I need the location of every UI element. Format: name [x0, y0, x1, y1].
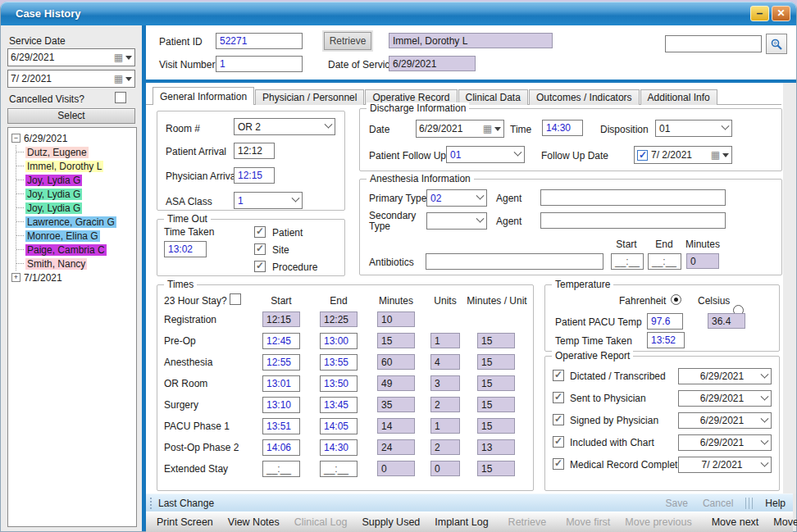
tree-expander-icon[interactable]: +	[11, 273, 20, 282]
tree-item-paige-cambria-c[interactable]: Paige, Cambria C	[16, 243, 136, 257]
times-end-field[interactable]: __:__	[320, 461, 358, 477]
times-end-field[interactable]: 13:45	[320, 397, 358, 413]
times-start-field[interactable]: __:__	[262, 461, 300, 477]
stay-checkbox[interactable]	[230, 293, 241, 305]
visit-number-field[interactable]: 1	[216, 56, 303, 72]
patient-id-field[interactable]: 52271	[216, 33, 303, 49]
opreport-date-sent-to-physician[interactable]: 6/29/2021	[678, 390, 772, 407]
service-date-end-picker[interactable]: 7/ 2/2021	[7, 70, 135, 88]
opreport-date-dictated-transcribed[interactable]: 6/29/2021	[678, 368, 772, 384]
tree-item-lawrence-gracin-g[interactable]: Lawrence, Gracin G	[16, 215, 136, 229]
fahrenheit-radio[interactable]	[671, 294, 681, 305]
tree-item-monroe-elina-g[interactable]: Monroe, Elina G	[16, 229, 136, 243]
tree-item-joy-lydia-g[interactable]: Joy, Lydia G	[16, 201, 136, 215]
toolbar-view-notes-button[interactable]: View Notes	[221, 516, 287, 528]
temperature-groupbox: Temperature Fahrenheit Celsius Patient P…	[544, 284, 780, 352]
opreport-checkbox-sent-to-physician[interactable]	[553, 392, 564, 403]
times-start-field[interactable]: 14:06	[262, 439, 300, 456]
disposition-combo[interactable]: 01	[655, 120, 732, 137]
discharge-date-picker[interactable]: 6/29/2021	[416, 120, 504, 138]
opreport-date-signed-by-physician[interactable]: 6/29/2021	[678, 412, 772, 429]
times-header-mpu: Minutes / Unit	[462, 295, 531, 307]
opreport-date-medical-record-complete[interactable]: 7/ 2/2021	[678, 457, 772, 473]
opreport-date-included-with-chart[interactable]: 6/29/2021	[678, 434, 772, 451]
tree-node-6-29-2021[interactable]: −6/29/2021	[11, 131, 136, 145]
minimize-button[interactable]: –	[750, 6, 769, 21]
patient-follow-up-combo[interactable]: 01	[446, 146, 525, 163]
times-start-field[interactable]: 13:10	[262, 397, 300, 413]
toolbar-clinical-log-button[interactable]: Clinical Log	[287, 516, 355, 528]
tree-item-dutz-eugene[interactable]: Dutz, Eugene	[16, 145, 136, 159]
toolbar-move-previous-button[interactable]: Move previous	[617, 516, 699, 528]
antibiotics-end-field[interactable]: __:__	[648, 253, 681, 270]
tab-physician-personnel[interactable]: Physician / Personnel	[255, 89, 364, 105]
room-value: OR 2	[238, 121, 326, 133]
secondary-type-combo[interactable]	[426, 212, 487, 230]
follow-up-date-checkbox[interactable]	[637, 150, 648, 161]
times-start-field[interactable]: 12:55	[262, 354, 300, 371]
toolbar-move-last-button[interactable]: Move last	[766, 516, 797, 528]
times-start-field[interactable]: 13:51	[262, 418, 300, 434]
statusbar-help-button[interactable]: Help	[758, 498, 793, 509]
times-end-field[interactable]: 13:00	[320, 333, 358, 349]
time-taken-field[interactable]: 13:02	[164, 241, 207, 257]
toolbar-supply-used-button[interactable]: Supply Used	[354, 516, 427, 528]
timeout-checkbox-patient[interactable]	[254, 226, 266, 238]
times-end-field[interactable]: 14:05	[320, 418, 358, 434]
toolbar-move-first-button[interactable]: Move first	[558, 516, 617, 528]
tree-node-7-1-2021[interactable]: +7/1/2021	[11, 271, 136, 284]
search-input[interactable]	[665, 35, 762, 52]
chevron-down-icon	[761, 414, 769, 422]
opreport-checkbox-medical-record-complete[interactable]	[553, 458, 564, 470]
tree-item-immel-dorothy-l[interactable]: Immel, Dorothy L	[16, 159, 136, 173]
times-start-field[interactable]: 12:45	[262, 333, 300, 349]
tree-item-joy-lydia-g[interactable]: Joy, Lydia G	[16, 173, 136, 187]
times-end-field[interactable]: 13:55	[320, 354, 358, 371]
discharge-time-field[interactable]: 14:30	[542, 120, 583, 136]
temp-time-field[interactable]: 13:52	[647, 332, 685, 348]
timeout-checkbox-site[interactable]	[254, 243, 266, 255]
close-icon: ✕	[777, 7, 785, 19]
tab-outcomes-indicators[interactable]: Outcomes / Indicators	[529, 89, 640, 105]
times-end-field[interactable]: 13:50	[320, 375, 358, 392]
opreport-checkbox-included-with-chart[interactable]	[553, 436, 564, 448]
toolbar-retrieve-button[interactable]: Retrieve	[501, 516, 554, 528]
toolbar-implant-log-button[interactable]: Implant Log	[427, 516, 495, 528]
retrieve-button[interactable]: Retrieve	[324, 32, 371, 50]
room-combo[interactable]: OR 2	[234, 118, 335, 135]
cancelled-visits-checkbox[interactable]	[115, 92, 126, 103]
save-button[interactable]: Save	[658, 498, 695, 509]
pacu-temp-label: Patient PACU Temp	[555, 316, 642, 328]
tree-item-smith-nancy[interactable]: Smith, Nancy	[16, 257, 136, 271]
toolbar-print-screen-button[interactable]: Print Screen	[149, 516, 221, 528]
opreport-checkbox-dictated-transcribed[interactable]	[553, 370, 564, 381]
opreport-date-value: 7/ 2/2021	[682, 459, 762, 471]
grip-icon[interactable]	[150, 498, 152, 509]
discharge-title: Discharge Information	[367, 102, 469, 114]
primary-type-combo[interactable]: 02	[426, 189, 487, 207]
patient-arrival-field[interactable]: 12:12	[234, 143, 275, 159]
close-button[interactable]: ✕	[772, 6, 790, 21]
agent1-field[interactable]	[540, 189, 726, 206]
physician-arrival-field[interactable]: 12:15	[234, 167, 275, 184]
antibiotics-field[interactable]	[426, 253, 603, 270]
tab-additional-info[interactable]: Additional Info	[640, 89, 717, 105]
asa-class-combo[interactable]: 1	[234, 192, 303, 209]
agent2-field[interactable]	[540, 212, 726, 229]
select-button[interactable]: Select	[7, 108, 135, 124]
antibiotics-start-field[interactable]: __:__	[611, 253, 644, 270]
service-date-start-picker[interactable]: 6/29/2021	[7, 48, 135, 66]
times-end-field[interactable]: 14:30	[320, 439, 358, 456]
follow-up-date-picker[interactable]: 7/ 2/2021	[634, 146, 732, 164]
opreport-checkbox-signed-by-physician[interactable]	[553, 414, 564, 425]
visit-number-value: 1	[220, 58, 225, 70]
cancel-button[interactable]: Cancel	[695, 498, 740, 509]
tab-general-information[interactable]: General Information	[153, 87, 254, 105]
tree-item-joy-lydia-g[interactable]: Joy, Lydia G	[16, 187, 136, 201]
times-start-field[interactable]: 13:01	[262, 375, 300, 392]
search-button[interactable]	[766, 34, 787, 54]
timeout-checkbox-procedure[interactable]	[254, 261, 266, 272]
toolbar-move-next-button[interactable]: Move next	[704, 516, 767, 528]
tree-expander-icon[interactable]: −	[11, 134, 20, 143]
pacu-temp-f-field[interactable]: 97.6	[647, 313, 683, 330]
